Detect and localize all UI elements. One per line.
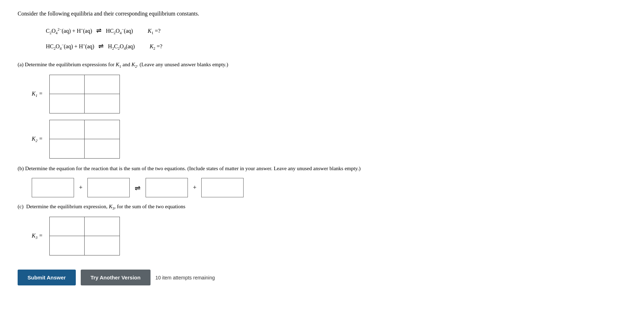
equation-2: HC2O4−(aq) + H+(aq) ⇌ H2C2O4(aq) K2 =? <box>46 39 626 54</box>
attempts-remaining: 10 item attempts remaining <box>155 275 215 280</box>
k1-row: K1 = <box>32 75 626 113</box>
k3-denominator-right[interactable] <box>85 236 119 255</box>
k2-denominator-right[interactable] <box>85 139 119 158</box>
b-plus-1: + <box>79 184 82 191</box>
b-arrow: ⇌ <box>135 184 141 192</box>
try-another-button[interactable]: Try Another Version <box>81 270 151 285</box>
k3-numerator-left[interactable] <box>50 217 85 236</box>
k3-fraction-input <box>49 217 120 255</box>
eq1-constant: K1 =? <box>148 25 160 37</box>
k3-row: K3 = <box>32 217 626 255</box>
eq2-constant: K2 =? <box>149 40 162 53</box>
b-reactant-1[interactable] <box>32 178 74 197</box>
k1-fraction-input <box>49 75 120 113</box>
equation-1: C2O42−(aq) + H+(aq) ⇌ HC2O4−(aq) K1 =? <box>46 24 626 38</box>
eq1-arrow: ⇌ <box>96 24 102 38</box>
b-reactant-2[interactable] <box>87 178 130 197</box>
part-b-inputs: + ⇌ + <box>32 178 626 197</box>
k2-label: K2 = <box>32 136 46 143</box>
k3-denominator-left[interactable] <box>50 236 85 255</box>
k1-numerator-right[interactable] <box>85 75 119 94</box>
intro-text: Consider the following equilibria and th… <box>18 11 626 17</box>
k2-denominator-left[interactable] <box>50 139 85 158</box>
k2-numerator-right[interactable] <box>85 120 119 139</box>
eq2-left: HC2O4−(aq) + H+(aq) <box>46 40 94 53</box>
k1-denominator-right[interactable] <box>85 94 119 113</box>
b-product-1[interactable] <box>146 178 188 197</box>
part-c-label: (c) Determine the equilibrium expression… <box>18 204 626 210</box>
b-plus-2: + <box>193 184 196 191</box>
submit-button[interactable]: Submit Answer <box>18 270 76 285</box>
eq2-right: H2C2O4(aq) <box>108 40 135 53</box>
k3-label: K3 = <box>32 233 46 240</box>
k3-numerator-right[interactable] <box>85 217 119 236</box>
eq1-right: HC2O4−(aq) <box>106 25 133 37</box>
part-a-label: (a) Determine the equilibrium expression… <box>18 62 626 68</box>
buttons-row: Submit Answer Try Another Version 10 ite… <box>18 270 626 285</box>
k1-label: K1 = <box>32 91 46 98</box>
b-product-2[interactable] <box>201 178 244 197</box>
k2-row: K2 = <box>32 120 626 159</box>
eq1-left: C2O42−(aq) + H+(aq) <box>46 25 92 37</box>
equations-block: C2O42−(aq) + H+(aq) ⇌ HC2O4−(aq) K1 =? H… <box>46 24 626 53</box>
eq2-arrow: ⇌ <box>98 39 104 54</box>
k1-denominator-left[interactable] <box>50 94 85 113</box>
k2-fraction-input <box>49 120 120 159</box>
k1-numerator-left[interactable] <box>50 75 85 94</box>
k2-numerator-left[interactable] <box>50 120 85 139</box>
part-b-label: (b) Determine the equation for the react… <box>18 166 626 172</box>
